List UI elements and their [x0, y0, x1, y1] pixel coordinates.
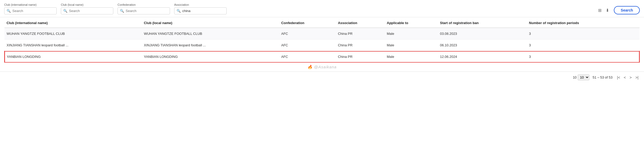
pagination-range: 51 – 53 of 53 — [593, 75, 613, 79]
table-cell: WUHAN YANGTZE FOOTBALL CLUB — [142, 28, 279, 40]
table-cell: China PR — [336, 51, 385, 63]
table-cell: XINJIANG TIANSHAN leopard football ... — [142, 40, 279, 51]
first-page-button[interactable]: |< — [616, 75, 621, 80]
association-input-wrapper[interactable]: 🔍 — [174, 7, 227, 14]
club-international-input-wrapper[interactable]: 🔍 — [4, 7, 57, 14]
results-table: Club (international name) Club (local na… — [4, 17, 640, 63]
table-cell: Male — [385, 40, 438, 51]
table-cell: AFC — [279, 40, 336, 51]
table-cell: 03.08.2023 — [438, 28, 527, 40]
table-cell: Male — [385, 28, 438, 40]
confederation-label: Confederation — [118, 3, 170, 6]
search-button[interactable]: Search — [614, 6, 640, 14]
table-cell: YANBIAN LONGDING — [142, 51, 279, 63]
table-cell: AFC — [279, 28, 336, 40]
columns-icon[interactable]: ⊞ — [598, 7, 602, 13]
club-local-label: Club (local name) — [61, 3, 113, 6]
table-header-row: Club (international name) Club (local na… — [4, 17, 640, 28]
next-page-button[interactable]: > — [628, 75, 633, 80]
col-header-periods: Number of registration periods — [527, 17, 640, 28]
table-cell: AFC — [279, 51, 336, 63]
download-icon[interactable]: ⬇ — [605, 7, 610, 13]
table-cell: 12.06.2024 — [438, 51, 527, 63]
col-header-association: Association — [336, 17, 385, 28]
search-icon-confederation: 🔍 — [120, 9, 124, 13]
per-page-value: 10 — [573, 75, 577, 79]
association-input[interactable] — [182, 9, 224, 13]
table-cell: 3 — [527, 28, 640, 40]
table-cell: China PR — [336, 28, 385, 40]
table-row[interactable]: YANBIAN LONGDINGYANBIAN LONGDINGAFCChina… — [4, 51, 640, 63]
search-icon-club-local: 🔍 — [63, 9, 67, 13]
table-cell: YANBIAN LONGDING — [4, 51, 142, 63]
filter-bar: Club (international name) 🔍 Club (local … — [0, 0, 644, 17]
club-international-input[interactable] — [12, 9, 54, 13]
filter-club-international: Club (international name) 🔍 — [4, 3, 57, 14]
per-page-selector[interactable]: 10 10 25 50 — [573, 74, 589, 80]
watermark: 🔥 @Asaikana — [0, 63, 644, 71]
confederation-input[interactable] — [126, 9, 168, 13]
action-icons: ⊞ ⬇ — [598, 7, 610, 13]
table-cell: Male — [385, 51, 438, 63]
col-header-confederation: Confederation — [279, 17, 336, 28]
club-local-input[interactable] — [69, 9, 111, 13]
col-header-club-international: Club (international name) — [4, 17, 142, 28]
confederation-input-wrapper[interactable]: 🔍 — [118, 7, 170, 14]
col-header-start-ban: Start of registration ban — [438, 17, 527, 28]
table-cell: 3 — [527, 51, 640, 63]
last-page-button[interactable]: >| — [634, 75, 640, 80]
col-header-club-local: Club (local name) — [142, 17, 279, 28]
footer: 10 10 25 50 51 – 53 of 53 |< < > >| — [0, 71, 644, 83]
table-cell: WUHAN YANGTZE FOOTBALL CLUB — [4, 28, 142, 40]
table-cell: XINJIANG TIANSHAN leopard football ... — [4, 40, 142, 51]
col-header-applicable-to: Applicable to — [385, 17, 438, 28]
results-table-container: Club (international name) Club (local na… — [0, 17, 644, 63]
filter-association: Association 🔍 — [174, 3, 227, 14]
prev-page-button[interactable]: < — [622, 75, 627, 80]
table-row[interactable]: WUHAN YANGTZE FOOTBALL CLUBWUHAN YANGTZE… — [4, 28, 640, 40]
table-row[interactable]: XINJIANG TIANSHAN leopard football ...XI… — [4, 40, 640, 51]
table-cell: 3 — [527, 40, 640, 51]
club-international-label: Club (international name) — [4, 3, 57, 6]
association-label: Association — [174, 3, 227, 6]
filter-confederation: Confederation 🔍 — [118, 3, 170, 14]
table-cell: China PR — [336, 40, 385, 51]
per-page-dropdown[interactable]: 10 25 50 — [578, 74, 589, 80]
search-icon-association: 🔍 — [177, 9, 181, 13]
pagination-controls: |< < > >| — [616, 75, 640, 80]
club-local-input-wrapper[interactable]: 🔍 — [61, 7, 113, 14]
filter-club-local: Club (local name) 🔍 — [61, 3, 113, 14]
search-icon-club-intl: 🔍 — [7, 9, 11, 13]
table-cell: 06.10.2023 — [438, 40, 527, 51]
